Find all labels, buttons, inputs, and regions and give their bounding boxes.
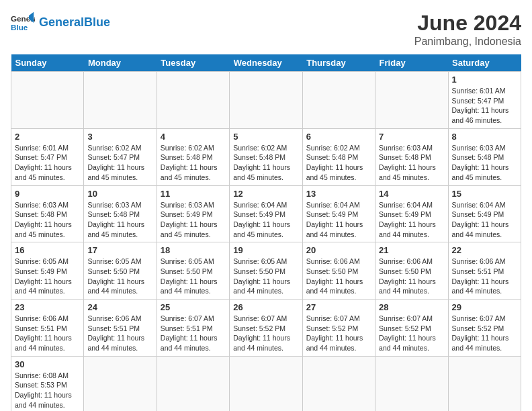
calendar-cell: 13Sunrise: 6:04 AMSunset: 5:49 PMDayligh…	[302, 185, 375, 242]
day-number: 9	[15, 189, 80, 199]
calendar-cell: 24Sunrise: 6:06 AMSunset: 5:51 PMDayligh…	[84, 300, 157, 357]
calendar-cell	[302, 356, 375, 411]
calendar-cell: 12Sunrise: 6:04 AMSunset: 5:49 PMDayligh…	[230, 185, 302, 242]
day-info: Sunrise: 6:06 AMSunset: 5:51 PMDaylight:…	[87, 314, 152, 353]
day-info: Sunrise: 6:07 AMSunset: 5:52 PMDaylight:…	[306, 314, 371, 353]
day-number: 10	[87, 189, 152, 199]
calendar-cell: 20Sunrise: 6:06 AMSunset: 5:50 PMDayligh…	[302, 242, 375, 300]
calendar-cell	[11, 72, 84, 129]
day-info: Sunrise: 6:02 AMSunset: 5:48 PMDaylight:…	[161, 143, 226, 183]
calendar-cell: 2Sunrise: 6:01 AMSunset: 5:47 PMDaylight…	[11, 128, 84, 185]
day-info: Sunrise: 6:07 AMSunset: 5:52 PMDaylight:…	[233, 314, 298, 353]
day-header-saturday: Saturday	[448, 54, 521, 72]
calendar-cell	[84, 72, 157, 129]
day-info: Sunrise: 6:01 AMSunset: 5:47 PMDaylight:…	[452, 86, 517, 126]
day-info: Sunrise: 6:03 AMSunset: 5:48 PMDaylight:…	[15, 200, 80, 240]
days-header-row: SundayMondayTuesdayWednesdayThursdayFrid…	[11, 54, 521, 72]
week-row-1: 1Sunrise: 6:01 AMSunset: 5:47 PMDaylight…	[11, 72, 521, 129]
day-number: 11	[161, 189, 226, 199]
calendar-cell: 22Sunrise: 6:06 AMSunset: 5:51 PMDayligh…	[448, 242, 521, 300]
day-number: 27	[306, 302, 371, 312]
day-info: Sunrise: 6:02 AMSunset: 5:48 PMDaylight:…	[233, 143, 298, 183]
calendar-cell: 16Sunrise: 6:05 AMSunset: 5:49 PMDayligh…	[11, 242, 84, 300]
day-number: 23	[15, 302, 80, 312]
day-number: 8	[452, 132, 517, 142]
calendar-cell: 11Sunrise: 6:03 AMSunset: 5:49 PMDayligh…	[157, 185, 229, 242]
calendar-cell	[230, 72, 302, 129]
calendar-cell: 17Sunrise: 6:05 AMSunset: 5:50 PMDayligh…	[84, 242, 157, 300]
day-info: Sunrise: 6:04 AMSunset: 5:49 PMDaylight:…	[452, 200, 517, 240]
day-number: 12	[233, 189, 298, 199]
day-number: 29	[452, 302, 517, 312]
calendar-cell: 3Sunrise: 6:02 AMSunset: 5:47 PMDaylight…	[84, 128, 157, 185]
calendar-table: SundayMondayTuesdayWednesdayThursdayFrid…	[11, 54, 521, 411]
day-info: Sunrise: 6:07 AMSunset: 5:52 PMDaylight:…	[379, 314, 444, 353]
calendar-cell: 30Sunrise: 6:08 AMSunset: 5:53 PMDayligh…	[11, 356, 84, 411]
day-info: Sunrise: 6:02 AMSunset: 5:47 PMDaylight:…	[87, 143, 152, 183]
day-header-tuesday: Tuesday	[157, 54, 229, 72]
calendar-cell	[375, 356, 448, 411]
calendar-cell: 4Sunrise: 6:02 AMSunset: 5:48 PMDaylight…	[157, 128, 229, 185]
day-info: Sunrise: 6:07 AMSunset: 5:52 PMDaylight:…	[452, 314, 517, 353]
calendar-cell	[448, 356, 521, 411]
day-number: 2	[15, 132, 80, 142]
svg-text:Blue: Blue	[11, 23, 28, 32]
calendar-cell: 18Sunrise: 6:05 AMSunset: 5:50 PMDayligh…	[157, 242, 229, 300]
calendar-cell: 28Sunrise: 6:07 AMSunset: 5:52 PMDayligh…	[375, 300, 448, 357]
day-info: Sunrise: 6:06 AMSunset: 5:50 PMDaylight:…	[379, 257, 444, 296]
day-number: 28	[379, 302, 444, 312]
calendar-cell: 14Sunrise: 6:04 AMSunset: 5:49 PMDayligh…	[375, 185, 448, 242]
title-block: June 2024 Panimbang, Indonesia	[414, 11, 521, 48]
day-info: Sunrise: 6:03 AMSunset: 5:48 PMDaylight:…	[452, 143, 517, 183]
day-number: 5	[233, 132, 298, 142]
logo-text: GeneralBlue	[39, 16, 110, 30]
calendar-cell: 8Sunrise: 6:03 AMSunset: 5:48 PMDaylight…	[448, 128, 521, 185]
day-number: 26	[233, 302, 298, 312]
day-info: Sunrise: 6:06 AMSunset: 5:50 PMDaylight:…	[306, 257, 371, 296]
calendar-cell: 5Sunrise: 6:02 AMSunset: 5:48 PMDaylight…	[230, 128, 302, 185]
logo: General Blue GeneralBlue	[11, 11, 110, 35]
week-row-2: 2Sunrise: 6:01 AMSunset: 5:47 PMDaylight…	[11, 128, 521, 185]
day-number: 7	[379, 132, 444, 142]
calendar-cell	[302, 72, 375, 129]
calendar-cell: 1Sunrise: 6:01 AMSunset: 5:47 PMDaylight…	[448, 72, 521, 129]
calendar-cell: 27Sunrise: 6:07 AMSunset: 5:52 PMDayligh…	[302, 300, 375, 357]
day-number: 3	[87, 132, 152, 142]
day-info: Sunrise: 6:01 AMSunset: 5:47 PMDaylight:…	[15, 143, 80, 183]
day-header-sunday: Sunday	[11, 54, 84, 72]
day-info: Sunrise: 6:03 AMSunset: 5:49 PMDaylight:…	[161, 200, 226, 240]
day-number: 25	[161, 302, 226, 312]
day-info: Sunrise: 6:03 AMSunset: 5:48 PMDaylight:…	[379, 143, 444, 183]
day-number: 13	[306, 189, 371, 199]
day-header-thursday: Thursday	[302, 54, 375, 72]
calendar-cell	[157, 356, 229, 411]
day-info: Sunrise: 6:05 AMSunset: 5:50 PMDaylight:…	[161, 257, 226, 296]
day-info: Sunrise: 6:03 AMSunset: 5:48 PMDaylight:…	[87, 200, 152, 240]
calendar-cell: 25Sunrise: 6:07 AMSunset: 5:51 PMDayligh…	[157, 300, 229, 357]
week-row-3: 9Sunrise: 6:03 AMSunset: 5:48 PMDaylight…	[11, 185, 521, 242]
day-number: 20	[306, 245, 371, 255]
day-header-monday: Monday	[84, 54, 157, 72]
day-info: Sunrise: 6:08 AMSunset: 5:53 PMDaylight:…	[15, 371, 80, 410]
day-info: Sunrise: 6:02 AMSunset: 5:48 PMDaylight:…	[306, 143, 371, 183]
calendar-cell	[375, 72, 448, 129]
calendar-cell: 15Sunrise: 6:04 AMSunset: 5:49 PMDayligh…	[448, 185, 521, 242]
calendar-cell: 29Sunrise: 6:07 AMSunset: 5:52 PMDayligh…	[448, 300, 521, 357]
day-header-wednesday: Wednesday	[230, 54, 302, 72]
calendar-cell	[84, 356, 157, 411]
day-number: 16	[15, 245, 80, 255]
calendar-cell: 23Sunrise: 6:06 AMSunset: 5:51 PMDayligh…	[11, 300, 84, 357]
day-number: 19	[233, 245, 298, 255]
calendar-cell	[230, 356, 302, 411]
day-number: 4	[161, 132, 226, 142]
day-info: Sunrise: 6:04 AMSunset: 5:49 PMDaylight:…	[379, 200, 444, 240]
generalblue-logo-icon: General Blue	[11, 11, 35, 35]
day-info: Sunrise: 6:05 AMSunset: 5:49 PMDaylight:…	[15, 257, 80, 296]
calendar-cell: 19Sunrise: 6:05 AMSunset: 5:50 PMDayligh…	[230, 242, 302, 300]
day-number: 17	[87, 245, 152, 255]
day-number: 6	[306, 132, 371, 142]
calendar-subtitle: Panimbang, Indonesia	[414, 36, 521, 48]
day-info: Sunrise: 6:06 AMSunset: 5:51 PMDaylight:…	[15, 314, 80, 353]
day-number: 30	[15, 359, 80, 369]
calendar-cell: 6Sunrise: 6:02 AMSunset: 5:48 PMDaylight…	[302, 128, 375, 185]
